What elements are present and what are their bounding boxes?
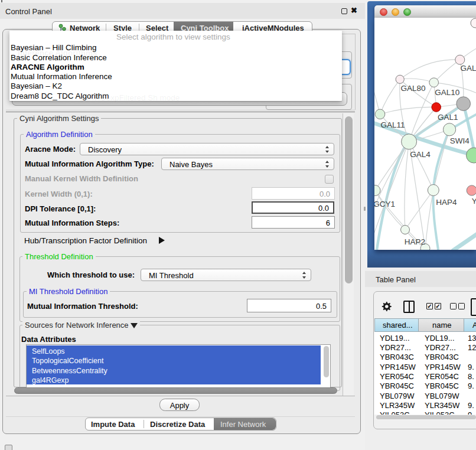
- svg-text:GAL4: GAL4: [410, 150, 431, 159]
- svg-text:GAL7: GAL7: [461, 64, 476, 73]
- svg-text:HAP2: HAP2: [405, 237, 425, 246]
- svg-text:GAL80: GAL80: [400, 84, 425, 93]
- svg-text:YEL: YEL: [472, 197, 476, 206]
- svg-text:HAP4: HAP4: [436, 198, 457, 207]
- svg-text:GAL1: GAL1: [438, 113, 458, 122]
- svg-text:GAL11: GAL11: [381, 120, 405, 129]
- svg-text:GAL10: GAL10: [435, 88, 459, 97]
- svg-text:SWI4: SWI4: [450, 136, 470, 145]
- svg-text:GCY1: GCY1: [374, 200, 395, 208]
